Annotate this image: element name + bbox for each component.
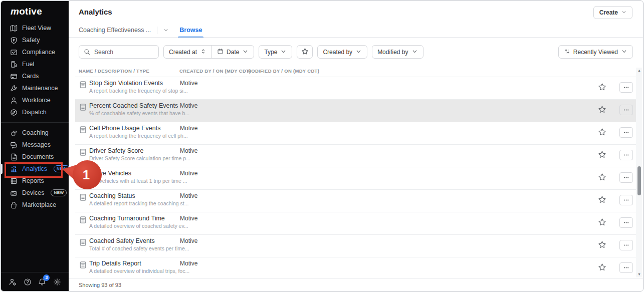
- ellipsis-icon: [623, 197, 629, 203]
- report-name: Cell Phone Usage Events: [89, 125, 160, 132]
- sidebar-nav-secondary: Coaching Messages Documents A: [1, 127, 69, 211]
- star-icon[interactable]: [598, 240, 607, 249]
- vertical-scrollbar[interactable]: ▲ ▼: [636, 68, 642, 277]
- sidebar-item-label: Coaching: [22, 129, 49, 136]
- sidebar-item-marketplace[interactable]: Marketplace: [1, 199, 69, 211]
- search-input-wrap: [79, 45, 159, 59]
- scroll-up-arrow[interactable]: ▲: [636, 68, 642, 74]
- messages-icon: [10, 141, 18, 149]
- sidebar-item-messages[interactable]: Messages: [1, 139, 69, 151]
- sidebar-item-fuel[interactable]: Fuel: [1, 58, 69, 70]
- star-icon[interactable]: [598, 105, 607, 114]
- created-date-filter-group: Created at Date: [163, 45, 254, 59]
- more-actions-button[interactable]: [619, 105, 633, 115]
- favorites-filter-button[interactable]: [297, 45, 313, 59]
- sidebar-item-label: Marketplace: [22, 201, 56, 208]
- scroll-down-arrow[interactable]: ▼: [636, 271, 642, 277]
- star-icon[interactable]: [598, 173, 607, 182]
- more-actions-button[interactable]: [619, 240, 633, 250]
- table-row-trip-details-report[interactable]: Trip Details Report A detailed overview …: [75, 257, 636, 280]
- sidebar-item-maintenance[interactable]: Maintenance: [1, 82, 69, 94]
- main-content: Analytics Create Coaching Effectiveness …: [69, 1, 643, 291]
- ellipsis-icon: [623, 107, 629, 113]
- report-description: % of coachable safety events that have b…: [89, 110, 189, 116]
- ellipsis-icon: [623, 242, 629, 248]
- create-button[interactable]: Create: [593, 6, 632, 19]
- more-actions-button[interactable]: [619, 172, 633, 183]
- report-description: Driver Safety Score calculation per time…: [89, 155, 190, 161]
- ellipsis-icon: [623, 152, 629, 158]
- table-row-coaching-status[interactable]: Coaching Status A detailed report tracki…: [75, 190, 636, 212]
- tab-bar: Coaching Effectiveness ... Browse: [79, 25, 202, 36]
- report-icon: [79, 216, 87, 224]
- create-button-label: Create: [599, 9, 618, 16]
- table-row-active-vehicles[interactable]: Active Vehicles # of vehicles with at le…: [75, 167, 636, 190]
- sidebar-item-documents[interactable]: Documents: [1, 151, 69, 163]
- search-input[interactable]: [94, 49, 154, 56]
- settings-icon[interactable]: [53, 278, 61, 286]
- date-filter-button[interactable]: Date: [211, 46, 254, 58]
- chevron-down-icon: [621, 9, 626, 16]
- table-row-coaching-turnaround-time[interactable]: Coaching Turnaround Time A detailed over…: [75, 212, 636, 235]
- more-actions-button[interactable]: [619, 150, 633, 160]
- report-icon: [79, 81, 87, 89]
- fuel-icon: [10, 61, 18, 68]
- tab-coaching-effectiveness[interactable]: Coaching Effectiveness ...: [79, 27, 151, 34]
- sidebar-item-dispatch[interactable]: Dispatch: [1, 106, 69, 118]
- sidebar-item-coaching[interactable]: Coaching: [1, 127, 69, 139]
- created-by-filter-button[interactable]: Created by: [317, 45, 367, 59]
- table-row-cell-phone-usage-events[interactable]: Cell Phone Usage Events A report trackin…: [75, 122, 636, 145]
- card-icon: [10, 73, 18, 80]
- star-icon[interactable]: [598, 150, 607, 159]
- sidebar-item-fleet-view[interactable]: Fleet View: [1, 22, 69, 34]
- report-name: Trip Details Report: [89, 260, 141, 267]
- marketplace-icon: [10, 201, 18, 209]
- more-actions-button[interactable]: [619, 82, 633, 93]
- sidebar-item-safety[interactable]: Safety: [1, 34, 69, 46]
- more-actions-button[interactable]: [619, 195, 633, 205]
- type-label: Type: [264, 49, 277, 56]
- star-icon[interactable]: [598, 195, 607, 204]
- created-at-sort-button[interactable]: Created at: [164, 46, 211, 58]
- more-actions-button[interactable]: [619, 127, 633, 138]
- table-row-stop-sign-violation-events[interactable]: Stop Sign Violation Events A report trac…: [75, 77, 636, 100]
- help-icon[interactable]: [24, 278, 32, 286]
- report-name: Coaching Status: [89, 192, 135, 199]
- bell-icon[interactable]: 3: [38, 278, 46, 286]
- tab-browse[interactable]: Browse: [179, 27, 202, 34]
- sidebar-item-cards[interactable]: Cards: [1, 70, 69, 82]
- report-description: # of vehicles with at least 1 trip per t…: [89, 178, 187, 184]
- report-icon: [79, 103, 87, 111]
- star-icon[interactable]: [598, 83, 607, 92]
- sidebar-item-reports[interactable]: Reports: [1, 175, 69, 187]
- more-actions-button[interactable]: [619, 262, 633, 273]
- type-filter-button[interactable]: Type: [259, 45, 292, 59]
- sidebar-footer: 3: [1, 272, 69, 291]
- sidebar-item-label: Compliance: [22, 49, 55, 56]
- sidebar-item-workforce[interactable]: Workforce: [1, 94, 69, 106]
- admin-icon[interactable]: [9, 278, 17, 286]
- chevron-down-icon[interactable]: [163, 26, 168, 35]
- sidebar-item-devices[interactable]: Devices NEW: [1, 187, 69, 199]
- modified-by-filter-button[interactable]: Modified by: [372, 45, 423, 59]
- sidebar-item-label: Devices: [22, 189, 44, 196]
- ellipsis-icon: [623, 129, 629, 136]
- star-icon[interactable]: [598, 263, 607, 272]
- report-description: A report tracking the frequency of stop …: [89, 88, 188, 94]
- column-header-name: NAME / DESCRIPTION / TYPE: [79, 68, 149, 74]
- star-icon[interactable]: [598, 128, 607, 137]
- sidebar-item-analytics[interactable]: Analytics NEW: [1, 163, 69, 175]
- sidebar-item-compliance[interactable]: Compliance: [1, 46, 69, 58]
- sort-dropdown[interactable]: Recently Viewed: [558, 45, 633, 59]
- map-icon: [10, 25, 18, 32]
- table-row-driver-safety-score[interactable]: Driver Safety Score Driver Safety Score …: [75, 145, 636, 167]
- sort-arrows-icon: [564, 48, 570, 56]
- person-icon: [10, 97, 18, 104]
- star-icon[interactable]: [598, 218, 607, 227]
- report-description: A detailed overview of coached safety ev…: [89, 223, 188, 229]
- more-actions-button[interactable]: [619, 217, 633, 228]
- table-row-percent-coached-safety-events[interactable]: Percent Coached Safety Events % of coach…: [75, 100, 636, 122]
- scrollbar-thumb[interactable]: [637, 166, 641, 195]
- sidebar-item-label: Cards: [22, 73, 39, 80]
- table-row-coached-safety-events[interactable]: Coached Safety Events Total # of coached…: [75, 235, 636, 257]
